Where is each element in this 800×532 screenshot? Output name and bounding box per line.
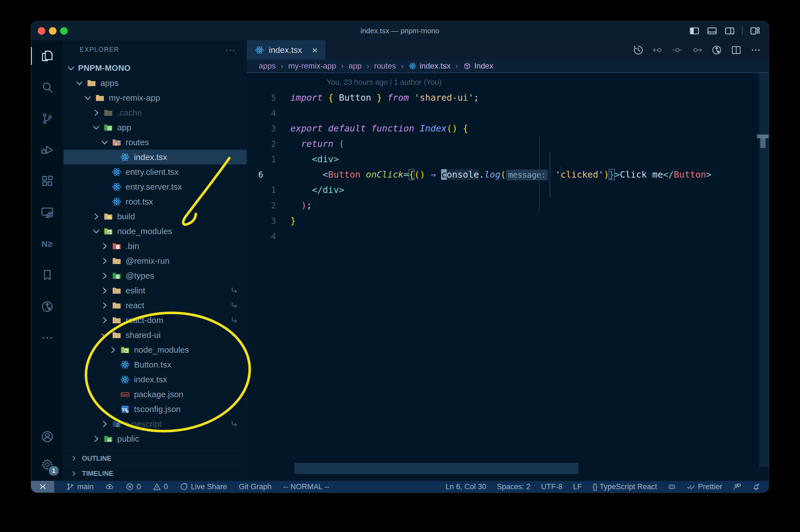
- layout-customize-icon[interactable]: [750, 26, 760, 36]
- status-item-live-share[interactable]: Live Share: [180, 482, 227, 491]
- breadcrumb-item-routes[interactable]: routes: [374, 61, 396, 71]
- chevron-right-icon[interactable]: [100, 241, 109, 251]
- layout-sidebar-right-icon[interactable]: [724, 26, 735, 36]
- chevron-right-icon[interactable]: [92, 434, 101, 443]
- breadcrumb-item-Index[interactable]: Index: [463, 61, 493, 71]
- status-item-label: -- NORMAL --: [283, 482, 329, 491]
- breadcrumb-item-index.tsx[interactable]: index.tsx: [408, 61, 451, 71]
- tree-item-tsconfig.json[interactable]: TStsconfig.json: [63, 402, 247, 417]
- tree-item-root.tsx[interactable]: root.tsx: [63, 194, 247, 209]
- tree-item-react[interactable]: react: [63, 298, 247, 313]
- activity-bar-item-account[interactable]: [31, 423, 63, 451]
- status-item-encoding[interactable]: UTF-8: [541, 482, 563, 491]
- chevron-right-icon[interactable]: [108, 345, 118, 355]
- split-editor-icon[interactable]: [731, 44, 742, 56]
- tree-item-app[interactable]: app: [63, 120, 247, 135]
- chevron-down-icon[interactable]: [100, 138, 109, 147]
- tree-item-index.tsx[interactable]: index.tsx: [63, 372, 247, 387]
- breadcrumb-item-app[interactable]: app: [348, 61, 362, 71]
- chevron-right-icon[interactable]: [100, 316, 109, 325]
- chevron-down-icon[interactable]: [92, 123, 101, 132]
- close-tab-icon[interactable]: ×: [312, 45, 318, 55]
- status-item-warnings[interactable]: 0: [153, 482, 168, 491]
- commit-forward-icon[interactable]: [691, 44, 703, 56]
- chevron-right-icon[interactable]: [100, 286, 109, 296]
- tree-item-shared-ui[interactable]: shared-ui: [63, 327, 247, 342]
- tree-item-PNPM-MONO[interactable]: PNPM-MONO: [63, 61, 247, 76]
- sidebar-section-timeline[interactable]: TIMELINE: [63, 466, 247, 481]
- sidebar-section-outline[interactable]: OUTLINE: [63, 451, 247, 466]
- status-item-copilot[interactable]: [668, 482, 676, 491]
- activity-bar-item-remote-explorer[interactable]: [31, 197, 63, 228]
- status-item-sync-publish[interactable]: [106, 482, 114, 491]
- git-graph-icon[interactable]: [711, 44, 722, 56]
- status-item-errors[interactable]: 0: [126, 482, 141, 491]
- commit-back-icon[interactable]: [652, 44, 664, 56]
- chevron-right-icon[interactable]: [100, 419, 109, 429]
- status-item-prettier[interactable]: Prettier: [687, 482, 722, 491]
- tree-item-apps[interactable]: apps: [63, 76, 247, 90]
- status-item-feedback[interactable]: [733, 482, 741, 491]
- chevron-right-icon[interactable]: [100, 271, 109, 281]
- remote-indicator[interactable]: [31, 481, 54, 493]
- tree-item-Button.tsx[interactable]: Button.tsx: [63, 357, 247, 372]
- code-line: 5import { Button } from 'shared-ui';: [247, 90, 769, 106]
- breadcrumb-item-my-remix-app[interactable]: my-remix-app: [288, 61, 336, 71]
- horizontal-scrollbar[interactable]: [294, 463, 578, 474]
- activity-bar-item-extensions[interactable]: [31, 166, 63, 197]
- tab-index-tsx[interactable]: index.tsx×: [247, 40, 325, 60]
- tree-item-.bin[interactable]: 0110.bin: [63, 239, 247, 253]
- tree-item-index.tsx[interactable]: index.tsx: [63, 150, 247, 165]
- tree-item-node_modules[interactable]: JSnode_modules: [63, 342, 247, 357]
- breadcrumb-item-apps[interactable]: apps: [259, 61, 276, 71]
- chevron-right-icon[interactable]: [92, 108, 101, 117]
- tree-item-entry.server.tsx[interactable]: entry.server.tsx: [63, 179, 247, 194]
- status-item-language-mode[interactable]: {} TypeScript React: [592, 482, 657, 491]
- tree-item-@remix-run[interactable]: @remix-run: [63, 253, 247, 268]
- vertical-scrollbar[interactable]: [759, 73, 769, 467]
- layout-sidebar-left-icon[interactable]: [689, 26, 700, 36]
- activity-bar-item-source-control[interactable]: [31, 103, 63, 134]
- tree-item-build[interactable]: build: [63, 209, 247, 224]
- tree-item-routes[interactable]: routes: [63, 135, 247, 150]
- status-item-git-graph[interactable]: Git Graph: [239, 482, 272, 491]
- tree-item-typescript[interactable]: TStypescript: [63, 417, 247, 431]
- chevron-right-icon[interactable]: [100, 256, 109, 266]
- commit-icon[interactable]: [672, 44, 683, 56]
- history-icon[interactable]: [633, 44, 644, 56]
- tree-item-my-remix-app[interactable]: my-remix-app: [63, 90, 247, 105]
- status-item-vim-mode[interactable]: -- NORMAL --: [283, 482, 329, 491]
- status-item-notifications[interactable]: [752, 482, 760, 491]
- more-icon[interactable]: [750, 44, 761, 56]
- chevron-right-icon[interactable]: [100, 301, 109, 310]
- chevron-down-icon[interactable]: [83, 93, 93, 103]
- layout-panel-icon[interactable]: [707, 26, 717, 36]
- tree-item-react-dom[interactable]: react-dom: [63, 313, 247, 327]
- tree-item-entry.client.tsx[interactable]: entry.client.tsx: [63, 165, 247, 179]
- activity-bar-item-more[interactable]: [31, 322, 63, 354]
- code-editor[interactable]: You, 23 hours ago | 1 author (You)5impor…: [247, 73, 769, 481]
- explorer-more-actions-icon[interactable]: ···: [226, 45, 235, 55]
- tree-item-.cache[interactable]: .cache: [63, 105, 247, 120]
- status-item-eol[interactable]: LF: [573, 482, 582, 491]
- chevron-down-icon[interactable]: [92, 227, 101, 236]
- activity-bar-item-nx-console[interactable]: N≥: [31, 228, 63, 260]
- chevron-down-icon[interactable]: [100, 330, 109, 340]
- activity-bar-item-git-graph[interactable]: [31, 291, 63, 322]
- chevron-right-icon[interactable]: [92, 212, 101, 221]
- chevron-down-icon[interactable]: [66, 63, 76, 73]
- tree-item-package.json[interactable]: npmpackage.json: [63, 387, 247, 402]
- activity-bar-item-search[interactable]: [31, 72, 63, 103]
- activity-bar-item-run-debug[interactable]: [31, 134, 63, 166]
- tree-item-eslint[interactable]: eslint: [63, 283, 247, 298]
- status-item-indentation[interactable]: Spaces: 2: [497, 482, 530, 491]
- activity-bar-item-settings[interactable]: 1: [31, 451, 63, 479]
- tree-item-public[interactable]: public: [63, 431, 247, 446]
- tree-item-node_modules[interactable]: JSnode_modules: [63, 224, 247, 239]
- activity-bar-item-bookmarks[interactable]: [31, 260, 63, 291]
- tree-item-@types[interactable]: TS@types: [63, 268, 247, 283]
- activity-bar-item-explorer[interactable]: [31, 40, 63, 72]
- status-item-cursor-position[interactable]: Ln 6, Col 30: [445, 482, 487, 491]
- status-item-git-branch[interactable]: main: [66, 482, 94, 491]
- chevron-down-icon[interactable]: [75, 78, 84, 88]
